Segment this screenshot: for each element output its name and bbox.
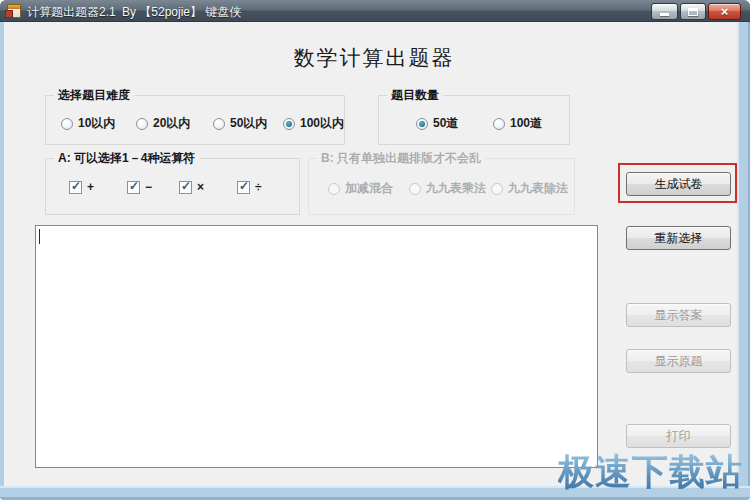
quantity-group: 题目数量 50道 100道 — [378, 95, 570, 145]
option-label: 九九表除法 — [508, 180, 568, 197]
window-controls: × — [651, 3, 741, 20]
print-button[interactable]: 打印 — [626, 424, 731, 448]
operator-minus[interactable]: − — [127, 180, 152, 194]
checkbox-checked-icon — [179, 181, 192, 194]
option-label: 100以内 — [300, 115, 344, 132]
quantity-option-100[interactable]: 100道 — [493, 115, 542, 132]
difficulty-group-label: 选择题目难度 — [54, 88, 134, 103]
checkbox-checked-icon — [127, 181, 140, 194]
quantity-option-50[interactable]: 50道 — [416, 115, 458, 132]
operator-multiply[interactable]: × — [179, 180, 204, 194]
window-title-byline: By 【52pojie】 键盘侠 — [122, 4, 241, 21]
option-label: × — [197, 180, 204, 194]
output-textarea[interactable] — [35, 225, 598, 468]
reselect-button[interactable]: 重新选择 — [626, 226, 731, 250]
minimize-icon — [660, 13, 669, 16]
window-border-right — [737, 22, 750, 486]
option-label: − — [145, 180, 152, 194]
radio-disabled-icon — [491, 183, 503, 195]
mode-multiplication-table[interactable]: 九九表乘法 — [409, 180, 486, 197]
difficulty-group: 选择题目难度 10以内 20以内 50以内 100以内 — [45, 95, 345, 145]
maximize-icon — [688, 8, 698, 16]
radio-icon — [61, 118, 73, 130]
option-label: 九九表乘法 — [426, 180, 486, 197]
operator-group: A: 可以选择1－4种运算符 + − × ÷ — [45, 158, 300, 215]
mode-mixed-add-subtract[interactable]: 加减混合 — [328, 180, 393, 197]
option-label: + — [87, 180, 94, 194]
mode-group: B: 只有单独出题排版才不会乱 加减混合 九九表乘法 九九表除法 — [308, 158, 575, 215]
difficulty-option-20[interactable]: 20以内 — [136, 115, 190, 132]
close-button[interactable]: × — [708, 3, 741, 20]
difficulty-option-50[interactable]: 50以内 — [213, 115, 267, 132]
mode-division-table[interactable]: 九九表除法 — [491, 180, 568, 197]
mode-group-label: B: 只有单独出题排版才不会乱 — [317, 151, 485, 166]
show-answers-button[interactable]: 显示答案 — [626, 303, 731, 327]
text-caret — [39, 229, 40, 244]
show-original-button[interactable]: 显示原题 — [626, 349, 731, 373]
option-label: 100道 — [510, 115, 542, 132]
client-area: 数学计算出题器 选择题目难度 10以内 20以内 50以内 100以内 题 — [4, 22, 737, 486]
page-title: 数学计算出题器 — [44, 44, 704, 72]
checkbox-checked-icon — [237, 181, 250, 194]
difficulty-option-10[interactable]: 10以内 — [61, 115, 115, 132]
checkbox-checked-icon — [69, 181, 82, 194]
generate-button[interactable]: 生成试卷 — [626, 172, 731, 196]
app-window: 计算题出题器2.1 By 【52pojie】 键盘侠 × 数学计算出题器 选择题… — [0, 0, 750, 500]
option-label: ÷ — [255, 180, 262, 194]
operator-divide[interactable]: ÷ — [237, 180, 262, 194]
radio-icon — [213, 118, 225, 130]
minimize-button[interactable] — [651, 3, 678, 20]
option-label: 50道 — [433, 115, 458, 132]
radio-icon — [493, 118, 505, 130]
app-icon — [7, 4, 21, 18]
quantity-group-label: 题目数量 — [387, 88, 443, 103]
operator-group-label: A: 可以选择1－4种运算符 — [54, 151, 199, 166]
option-label: 10以内 — [78, 115, 115, 132]
close-icon: × — [721, 4, 729, 19]
option-label: 50以内 — [230, 115, 267, 132]
site-watermark: 极速下载站 — [558, 448, 743, 497]
radio-icon — [136, 118, 148, 130]
maximize-button[interactable] — [680, 3, 706, 20]
option-label: 加减混合 — [345, 180, 393, 197]
window-title: 计算题出题器2.1 — [27, 4, 116, 21]
radio-checked-icon — [283, 118, 295, 130]
radio-disabled-icon — [328, 183, 340, 195]
difficulty-option-100[interactable]: 100以内 — [283, 115, 344, 132]
option-label: 20以内 — [153, 115, 190, 132]
titlebar: 计算题出题器2.1 By 【52pojie】 键盘侠 × — [0, 0, 750, 22]
operator-plus[interactable]: + — [69, 180, 94, 194]
radio-disabled-icon — [409, 183, 421, 195]
radio-checked-icon — [416, 118, 428, 130]
